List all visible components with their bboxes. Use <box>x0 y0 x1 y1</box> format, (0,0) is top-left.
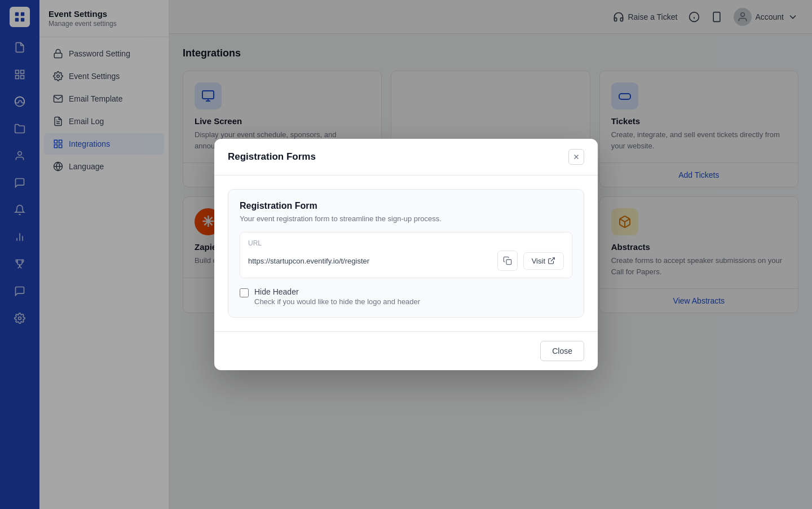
modal-title: Registration Forms <box>228 151 316 163</box>
reg-form-desc: Your event registration form to streamli… <box>240 214 572 223</box>
modal-header: Registration Forms <box>214 139 598 175</box>
hide-header-row: Hide Header Check if you would like to h… <box>240 287 572 306</box>
svg-line-38 <box>551 258 554 261</box>
hide-header-label-wrap: Hide Header Check if you would like to h… <box>254 287 420 306</box>
registration-form-card: Registration Form Your event registratio… <box>228 189 584 318</box>
svg-rect-37 <box>506 260 511 265</box>
external-link-icon <box>548 257 555 265</box>
reg-form-title: Registration Form <box>240 201 572 211</box>
hide-header-title: Hide Header <box>254 287 420 296</box>
visit-url-button[interactable]: Visit <box>523 252 564 270</box>
modal-overlay: Registration Forms Registration Form You… <box>0 0 812 509</box>
hide-header-checkbox[interactable] <box>240 288 249 297</box>
x-icon <box>572 153 580 161</box>
registration-forms-modal: Registration Forms Registration Form You… <box>214 139 598 370</box>
modal-footer: Close <box>214 331 598 370</box>
visit-label: Visit <box>532 257 545 265</box>
close-modal-button[interactable]: Close <box>540 341 584 361</box>
url-box: URL Visit <box>240 232 572 278</box>
modal-body: Registration Form Your event registratio… <box>214 175 598 331</box>
copy-icon <box>503 256 512 265</box>
url-row: Visit <box>248 251 564 271</box>
hide-header-desc: Check if you would like to hide the logo… <box>254 297 420 306</box>
url-input[interactable] <box>248 257 492 265</box>
copy-url-button[interactable] <box>497 251 518 271</box>
url-label: URL <box>248 239 564 247</box>
modal-close-button[interactable] <box>568 149 584 165</box>
